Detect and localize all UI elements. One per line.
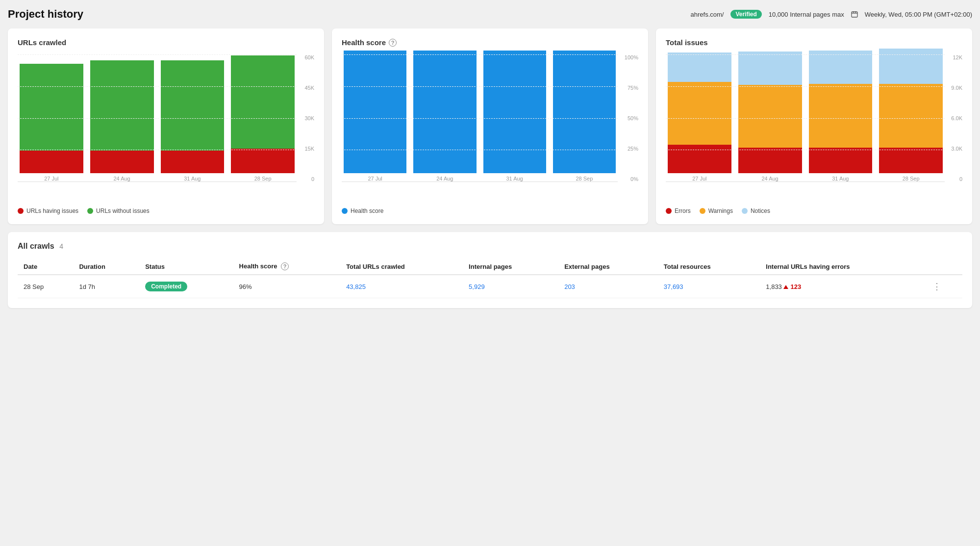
health-score-card: Health score ? 100% 75% 50% 25% 0% (332, 28, 648, 224)
col-internal-pages: Internal pages (463, 259, 558, 275)
col-date: Date (18, 259, 73, 275)
all-crawls-section: All crawls 4 Date Duration Status Health… (8, 232, 972, 308)
y-axis-issues: 12K 9.0K 6.0K 3.0K 0 (947, 54, 962, 182)
external-pages-link[interactable]: 203 (564, 283, 575, 290)
error-delta-icon (783, 285, 788, 289)
col-duration: Duration (73, 259, 139, 275)
health-dot (342, 208, 348, 214)
issues-legend: Errors Warnings Notices (666, 208, 962, 214)
legend-notices: Notices (742, 208, 770, 214)
cell-duration: 1d 7h (73, 275, 139, 298)
bar-issues-3 (161, 151, 225, 173)
bar-no-issues-3 (161, 60, 225, 151)
error-delta: 123 (790, 283, 801, 290)
header-meta: ahrefs.com/ Verified 10,000 Internal pag… (691, 10, 973, 19)
bar-group-4: 28 Sep (231, 55, 295, 182)
urls-chart-bars: 27 Jul 24 Aug (18, 54, 297, 182)
total-issues-title: Total issues (666, 38, 962, 47)
col-external-pages: External pages (558, 259, 658, 275)
pages-limit-label: 10,000 Internal pages max (769, 11, 844, 18)
cell-total-resources: 37,693 (658, 275, 760, 298)
bar-no-issues-1 (20, 64, 83, 151)
bar-issues-2 (90, 151, 154, 173)
legend-no-issues: URLs without issues (87, 208, 150, 214)
urls-crawled-card: URLs crawled 60K 45K 30K 15K 0 (8, 28, 324, 224)
cell-external-pages: 203 (558, 275, 658, 298)
bar-issues-1 (20, 151, 83, 173)
legend-health-score: Health score (342, 208, 383, 214)
col-internal-errors: Internal URLs having errors (760, 259, 927, 275)
all-crawls-title: All crawls 4 (18, 242, 962, 251)
verified-badge: Verified (730, 10, 761, 19)
issues-bar-group-4: 28 Sep (879, 49, 943, 182)
total-urls-link[interactable]: 43,825 (346, 283, 366, 290)
issues-bar-group-2: 24 Aug (738, 52, 802, 182)
health-bar-2: 24 Aug (413, 51, 476, 182)
cell-internal-pages: 5,929 (463, 275, 558, 298)
svg-rect-1 (853, 11, 854, 13)
notices-dot (742, 208, 748, 214)
issues-bar-group-3: 31 Aug (809, 51, 873, 182)
bar-group-3: 31 Aug (161, 60, 225, 182)
col-actions (927, 259, 962, 275)
urls-crawled-legend: URLs having issues URLs without issues (18, 208, 314, 214)
schedule-label: Weekly, Wed, 05:00 PM (GMT+02:00) (865, 11, 972, 18)
errors-dot (666, 208, 672, 214)
cell-total-urls: 43,825 (340, 275, 463, 298)
no-issues-dot (87, 208, 93, 214)
domain-label: ahrefs.com/ (691, 11, 724, 18)
crawls-table: Date Duration Status Health score ? Tota… (18, 259, 962, 298)
issues-dot (18, 208, 24, 214)
x-label-4: 28 Sep (254, 176, 272, 182)
cell-health-score: 96% (233, 275, 341, 298)
total-issues-card: Total issues 12K 9.0K 6.0K 3.0K 0 (656, 28, 972, 224)
legend-errors: Errors (666, 208, 691, 214)
warnings-dot (700, 208, 705, 214)
y-axis-health: 100% 75% 50% 25% 0% (620, 54, 638, 182)
total-resources-link[interactable]: 37,693 (664, 283, 683, 290)
page-header: Project history ahrefs.com/ Verified 10,… (8, 8, 972, 21)
calendar-icon (851, 11, 858, 18)
x-label-3: 31 Aug (184, 176, 201, 182)
legend-warnings: Warnings (700, 208, 733, 214)
health-score-title: Health score ? (342, 38, 638, 47)
charts-row: URLs crawled 60K 45K 30K 15K 0 (8, 28, 972, 224)
health-bar-1: 27 Jul (344, 51, 406, 182)
bar-issues-4 (231, 149, 295, 173)
urls-crawled-title: URLs crawled (18, 38, 314, 47)
page-title: Project history (8, 8, 83, 21)
legend-issues: URLs having issues (18, 208, 78, 214)
col-status: Status (139, 259, 233, 275)
health-bar-4: 28 Sep (553, 51, 616, 182)
x-label-1: 27 Jul (44, 176, 58, 182)
health-bar-3: 31 Aug (483, 51, 546, 182)
table-row: 28 Sep 1d 7h Completed 96% 43,825 5,929 … (18, 275, 962, 298)
health-score-table-help-icon[interactable]: ? (281, 262, 289, 270)
svg-rect-0 (852, 12, 857, 17)
x-label-2: 24 Aug (113, 176, 130, 182)
more-options-icon[interactable]: ⋮ (932, 282, 941, 291)
bar-group-2: 24 Aug (90, 60, 154, 182)
svg-rect-2 (855, 11, 856, 13)
issues-bar-group-1: 27 Jul (668, 52, 731, 182)
health-legend: Health score (342, 208, 638, 214)
health-chart-bars: 27 Jul 24 Aug 31 Aug 28 Sep (342, 54, 618, 182)
table-header-row: Date Duration Status Health score ? Tota… (18, 259, 962, 275)
health-score-help-icon[interactable]: ? (389, 39, 397, 47)
bar-no-issues-4 (231, 55, 295, 149)
y-axis-urls: 60K 45K 30K 15K 0 (299, 54, 314, 182)
col-total-urls: Total URLs crawled (340, 259, 463, 275)
bar-group-1: 27 Jul (20, 64, 83, 182)
issues-chart-bars: 27 Jul 24 Aug (666, 54, 945, 182)
status-badge: Completed (145, 282, 187, 291)
col-total-resources: Total resources (658, 259, 760, 275)
cell-more: ⋮ (927, 275, 962, 298)
bar-no-issues-2 (90, 60, 154, 151)
internal-pages-link[interactable]: 5,929 (469, 283, 485, 290)
cell-errors: 1,833 123 (760, 275, 927, 298)
col-health-score: Health score ? (233, 259, 341, 275)
cell-date: 28 Sep (18, 275, 73, 298)
cell-status: Completed (139, 275, 233, 298)
